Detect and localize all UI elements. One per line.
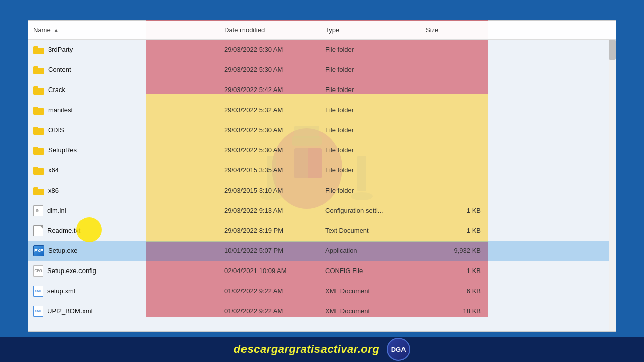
file-date-cell: 29/03/2022 8:19 PM [224, 227, 325, 234]
file-date-cell: 29/03/2022 5:42 AM [224, 86, 325, 94]
file-name-label: UPI2_BOM.xml [47, 307, 93, 315]
folder-icon [33, 186, 44, 195]
col-header-type[interactable]: Type [325, 26, 426, 34]
table-row[interactable]: ODIS 29/03/2022 5:30 AM File folder [28, 120, 616, 140]
file-name-cell: x86 [33, 186, 224, 195]
folder-icon [33, 126, 44, 135]
logo-badge: DGA [387, 338, 410, 361]
folder-icon [33, 146, 44, 155]
file-name-label: Crack [48, 86, 65, 94]
file-type-cell: File folder [325, 166, 426, 174]
file-date-cell: 10/01/2022 5:07 PM [224, 247, 325, 254]
sort-arrow-icon: ▲ [54, 27, 59, 33]
table-row[interactable]: XML UPI2_BOM.xml 01/02/2022 9:22 AM XML … [28, 301, 616, 321]
file-type-cell: Text Document [325, 227, 426, 234]
column-headers: Name ▲ Date modified Type Size [28, 21, 616, 40]
file-date-cell: 29/03/2022 5:32 AM [224, 106, 325, 114]
file-size-cell: 1 KB [426, 267, 486, 275]
file-type-cell: XML Document [325, 287, 426, 295]
file-name-label: Readme.txt [47, 227, 80, 234]
file-name-cell: 3rdParty [33, 45, 224, 54]
scrollbar-thumb[interactable] [609, 40, 616, 60]
ini-icon: INI [33, 205, 43, 216]
file-name-label: Setup.exe.config [47, 267, 96, 275]
file-size-cell: 1 KB [426, 227, 486, 234]
file-name-label: dlm.ini [47, 207, 66, 214]
table-row[interactable]: Content 29/03/2022 5:30 AM File folder [28, 60, 616, 80]
file-type-cell: File folder [325, 86, 426, 94]
file-size-cell: 1 KB [426, 207, 486, 214]
table-row[interactable]: INI dlm.ini 29/03/2022 9:13 AM Configura… [28, 201, 616, 221]
file-type-cell: File folder [325, 126, 426, 134]
table-row[interactable]: EXE Setup.exe 10/01/2022 5:07 PM Applica… [28, 241, 616, 261]
file-date-cell: 01/02/2022 9:22 AM [224, 307, 325, 315]
table-row[interactable]: Crack 29/03/2022 5:42 AM File folder [28, 80, 616, 100]
table-row[interactable]: manifest 29/03/2022 5:32 AM File folder [28, 100, 616, 120]
file-name-cell: XML setup.xml [33, 286, 224, 297]
file-name-cell: Content [33, 65, 224, 74]
col-header-date[interactable]: Date modified [224, 26, 325, 34]
folder-icon [33, 166, 44, 175]
file-name-cell: EXE Setup.exe [33, 245, 224, 256]
file-name-label: setup.xml [47, 287, 75, 295]
table-row[interactable]: x86 29/03/2015 3:10 AM File folder [28, 180, 616, 201]
col-header-size[interactable]: Size [426, 26, 486, 34]
file-name-cell: INI dlm.ini [33, 205, 224, 216]
file-date-cell: 29/03/2022 9:13 AM [224, 207, 325, 214]
table-row[interactable]: XML setup.xml 01/02/2022 9:22 AM XML Doc… [28, 281, 616, 301]
file-name-cell: Crack [33, 85, 224, 95]
folder-icon [33, 45, 44, 54]
file-date-cell: 01/02/2022 9:22 AM [224, 287, 325, 295]
file-size-cell: 9,932 KB [426, 247, 486, 254]
file-name-cell: x64 [33, 166, 224, 175]
file-size-cell: 18 KB [426, 307, 486, 315]
file-name-label: Setup.exe [48, 247, 78, 254]
table-row[interactable]: CFG Setup.exe.config 02/04/2021 10:09 AM… [28, 261, 616, 281]
file-name-cell: CFG Setup.exe.config [33, 265, 224, 277]
file-date-cell: 29/03/2022 5:30 AM [224, 66, 325, 73]
website-url: descargargratisactivar.org [234, 343, 379, 356]
file-type-cell: File folder [325, 66, 426, 73]
file-name-label: ODIS [48, 126, 64, 134]
file-name-cell: SetupRes [33, 146, 224, 155]
folder-icon [33, 65, 44, 74]
file-name-label: x86 [48, 187, 59, 194]
exe-icon: EXE [33, 245, 44, 256]
file-name-cell: ODIS [33, 126, 224, 135]
file-type-cell: File folder [325, 187, 426, 194]
file-explorer: Name ▲ Date modified Type Size 3rdParty … [28, 20, 616, 332]
file-name-cell: XML UPI2_BOM.xml [33, 306, 224, 317]
file-name-label: Content [48, 66, 71, 73]
file-date-cell: 29/03/2015 3:10 AM [224, 187, 325, 194]
file-icon [33, 225, 43, 236]
table-row[interactable]: Readme.txt 29/03/2022 8:19 PM Text Docum… [28, 221, 616, 241]
file-type-cell: Application [325, 247, 426, 254]
file-date-cell: 29/04/2015 3:35 AM [224, 166, 325, 174]
file-date-cell: 29/03/2022 5:30 AM [224, 46, 325, 53]
table-row[interactable]: 3rdParty 29/03/2022 5:30 AM File folder [28, 40, 616, 60]
xml-icon: XML [33, 306, 43, 317]
bottom-bar: descargargratisactivar.org DGA [0, 337, 644, 362]
file-name-label: SetupRes [48, 146, 77, 154]
file-date-cell: 02/04/2021 10:09 AM [224, 267, 325, 275]
folder-icon [33, 85, 44, 95]
folder-icon [33, 106, 44, 115]
file-type-cell: CONFIG File [325, 267, 426, 275]
file-type-cell: XML Document [325, 307, 426, 315]
file-name-cell: Readme.txt [33, 225, 224, 236]
file-name-cell: manifest [33, 106, 224, 115]
table-row[interactable]: x64 29/04/2015 3:35 AM File folder [28, 160, 616, 180]
file-list: 3rdParty 29/03/2022 5:30 AM File folder … [28, 40, 616, 321]
col-header-name[interactable]: Name ▲ [33, 26, 224, 34]
table-row[interactable]: SetupRes 29/03/2022 5:30 AM File folder [28, 140, 616, 160]
file-name-label: manifest [48, 106, 73, 114]
file-type-cell: Configuration setti... [325, 207, 426, 214]
file-name-label: 3rdParty [48, 46, 73, 53]
file-date-cell: 29/03/2022 5:30 AM [224, 126, 325, 134]
file-type-cell: File folder [325, 146, 426, 154]
file-date-cell: 29/03/2022 5:30 AM [224, 146, 325, 154]
xml-icon: XML [33, 286, 43, 297]
scrollbar[interactable] [609, 40, 616, 331]
file-size-cell: 6 KB [426, 287, 486, 295]
file-type-cell: File folder [325, 106, 426, 114]
